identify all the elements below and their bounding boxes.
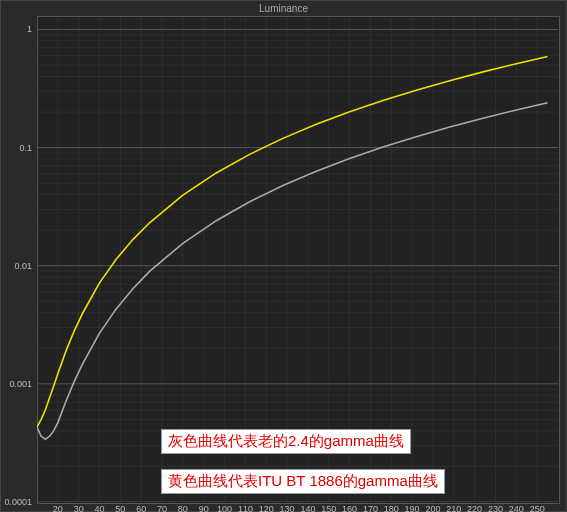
x-tick-label: 50 [115,504,125,512]
x-tick-label: 220 [467,504,482,512]
x-tick-label: 140 [300,504,315,512]
annotation-yellow: 黄色曲线代表ITU BT 1886的gamma曲线 [161,469,445,494]
x-tick-label: 180 [384,504,399,512]
x-tick-label: 160 [342,504,357,512]
x-tick-label: 190 [405,504,420,512]
y-tick-label: 1 [2,24,32,34]
annotation-gray: 灰色曲线代表老的2.4的gamma曲线 [161,429,411,454]
chart-container: Luminance 0.00010.0010.010.11 2030405060… [0,0,567,512]
x-tick-label: 240 [509,504,524,512]
x-tick-label: 210 [446,504,461,512]
x-tick-label: 20 [53,504,63,512]
y-tick-label: 0.0001 [2,497,32,507]
x-tick-label: 230 [488,504,503,512]
x-tick-label: 170 [363,504,378,512]
x-tick-label: 30 [74,504,84,512]
y-tick-label: 0.01 [2,261,32,271]
chart-title: Luminance [1,3,566,14]
x-tick-label: 150 [321,504,336,512]
x-tick-label: 90 [199,504,209,512]
x-tick-label: 80 [178,504,188,512]
x-tick-label: 250 [530,504,545,512]
x-tick-label: 120 [259,504,274,512]
x-tick-label: 70 [157,504,167,512]
x-tick-label: 200 [425,504,440,512]
y-tick-label: 0.001 [2,379,32,389]
x-tick-label: 100 [217,504,232,512]
x-tick-label: 130 [280,504,295,512]
x-tick-label: 110 [238,504,253,512]
y-tick-label: 0.1 [2,143,32,153]
x-tick-label: 40 [95,504,105,512]
x-tick-label: 60 [136,504,146,512]
